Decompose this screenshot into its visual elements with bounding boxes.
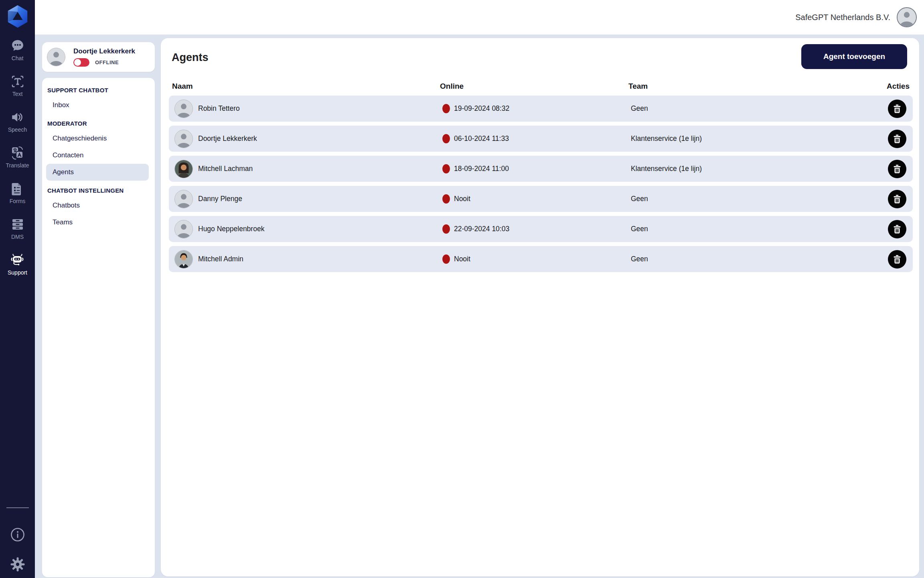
agent-last-online: Nooit [454,195,470,203]
rail-item-label: DMS [11,234,24,240]
agent-team: Klantenservice (1e lijn) [631,134,868,143]
nav-section-title: CHATBOT INSTELLINGEN [47,187,151,194]
info-icon [10,527,26,543]
gear-icon [10,556,26,572]
toggle-knob [74,59,81,66]
agent-avatar [174,130,193,148]
offline-status-dot [442,164,450,173]
agent-last-online: 18-09-2024 11:00 [454,165,509,173]
delete-agent-button[interactable] [888,130,906,148]
online-status-toggle[interactable] [73,58,89,67]
agent-team: Geen [631,225,868,233]
brand-logo[interactable] [5,4,30,30]
rail-bottom [0,507,35,572]
agent-team: Geen [631,255,868,263]
rail-item-dms[interactable]: DMS [10,217,25,240]
app-rail: Chat Text Speech [0,0,35,578]
agent-name: Danny Plenge [198,195,242,203]
table-row[interactable]: Danny Plenge Nooit Geen [169,186,913,212]
rail-item-chat[interactable]: Chat [10,39,25,61]
rail-item-label: Chat [12,55,24,61]
agents-table: Naam Online Team Acties Robin Tettero 19… [169,78,913,276]
rail-item-label: Forms [10,198,26,204]
table-row[interactable]: Doortje Lekkerkerk 06-10-2024 11:33 Klan… [169,126,913,152]
offline-status-dot [442,194,450,204]
rail-item-forms[interactable]: Forms [10,181,26,204]
add-agent-button[interactable]: Agent toevoegen [801,44,907,69]
delete-agent-button[interactable] [888,160,906,178]
sidebar-item-chatgeschiedenis[interactable]: Chatgeschiedenis [46,130,149,147]
status-label: OFFLINE [95,59,119,65]
offline-status-dot [442,134,450,143]
delete-agent-button[interactable] [888,100,906,118]
trash-icon [892,224,902,234]
profile-avatar [47,48,65,66]
agent-avatar [174,220,193,238]
agent-avatar [174,100,193,118]
server-stack-icon [10,217,25,232]
agent-name: Mitchell Admin [198,255,243,263]
agent-last-online: 22-09-2024 10:03 [454,225,509,233]
column-header-actions: Acties [868,82,913,91]
rail-item-text[interactable]: Text [10,74,25,97]
top-bar: SafeGPT Netherlands B.V. [35,0,924,35]
support-bot-icon [10,253,24,267]
offline-status-dot [442,254,450,264]
rail-item-translate[interactable]: Translate [6,146,29,168]
translate-icon [10,146,25,160]
agent-avatar [174,190,193,208]
trash-icon [892,134,902,144]
agent-name: Doortje Lekkerkerk [198,134,257,143]
column-header-team: Team [628,82,868,91]
rail-item-speech[interactable]: Speech [8,110,27,132]
agent-name: Hugo Neppelenbroek [198,225,264,233]
agent-avatar [174,160,193,178]
column-header-online: Online [440,82,628,91]
user-avatar-icon [898,8,916,26]
company-name: SafeGPT Netherlands B.V. [795,13,890,22]
agent-last-online: Nooit [454,255,470,263]
text-scan-icon [10,74,25,89]
agent-name: Mitchell Lachman [198,165,253,173]
agent-name: Robin Tettero [198,104,240,113]
agents-panel: Agents Agent toevoegen Naam Online Team … [161,38,919,576]
rail-item-label: Speech [8,127,27,132]
trash-icon [892,194,902,204]
sidebar-item-agents[interactable]: Agents [46,164,149,181]
sidebar-item-contacten[interactable]: Contacten [46,147,149,164]
profile-card: Doortje Lekkerkerk OFFLINE [42,42,155,72]
page-title: Agents [172,51,209,64]
sidebar-item-chatbots[interactable]: Chatbots [46,197,149,214]
delete-agent-button[interactable] [888,250,906,269]
table-row[interactable]: Mitchell Lachman 18-09-2024 11:00 Klante… [169,156,913,182]
table-row[interactable]: Mitchell Admin Nooit Geen [169,246,913,272]
rail-item-label: Support [8,270,27,275]
profile-name: Doortje Lekkerkerk [73,47,135,55]
nav-section-title: MODERATOR [47,120,151,127]
agent-last-online: 06-10-2024 11:33 [454,134,509,143]
table-row[interactable]: Hugo Neppelenbroek 22-09-2024 10:03 Geen [169,216,913,242]
rail-nav: Chat Text Speech [6,39,29,275]
agent-team: Geen [631,195,868,203]
table-row[interactable]: Robin Tettero 19-09-2024 08:32 Geen [169,96,913,122]
agent-team: Geen [631,104,868,113]
form-document-icon [10,181,24,196]
agent-team: Klantenservice (1e lijn) [631,165,868,173]
sidebar-item-inbox[interactable]: Inbox [46,97,149,114]
rail-item-label: Text [12,91,23,97]
sidebar-nav: SUPPORT CHATBOT Inbox MODERATOR Chatgesc… [42,78,155,577]
rail-item-support[interactable]: Support [8,253,27,275]
table-header-row: Naam Online Team Acties [169,78,913,94]
settings-button[interactable] [10,556,26,572]
speaker-icon [10,110,24,124]
column-header-name: Naam [172,82,440,91]
nav-section-title: SUPPORT CHATBOT [47,87,151,94]
delete-agent-button[interactable] [888,190,906,208]
agent-last-online: 19-09-2024 08:32 [454,104,509,113]
sidebar-item-teams[interactable]: Teams [46,214,149,231]
account-avatar[interactable] [897,7,917,27]
trash-icon [892,164,902,174]
chat-icon [10,39,25,53]
delete-agent-button[interactable] [888,220,906,238]
info-button[interactable] [10,527,26,543]
